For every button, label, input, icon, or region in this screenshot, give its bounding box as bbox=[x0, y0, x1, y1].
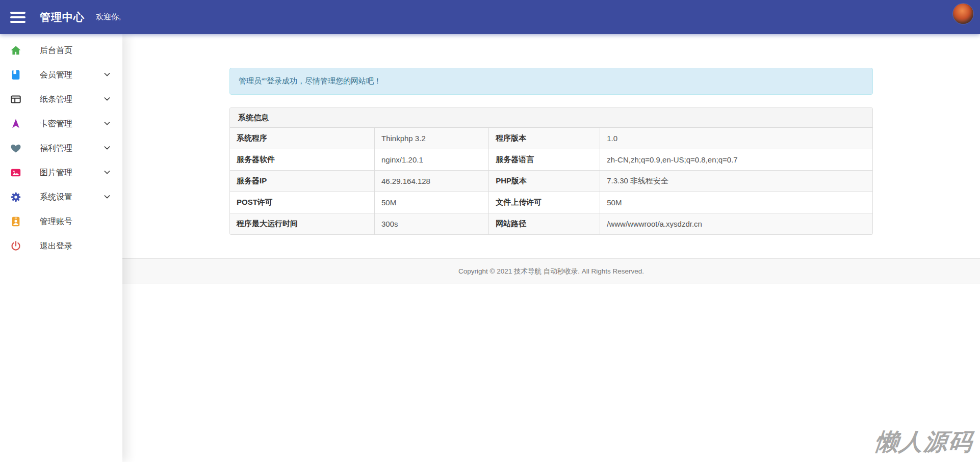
sidebar-item-8[interactable]: 管理账号 bbox=[0, 209, 122, 234]
table-row: 服务器软件nginx/1.20.1服务器语言zh-CN,zh;q=0.9,en-… bbox=[230, 149, 872, 171]
sidebar-item-1[interactable]: 后台首页 bbox=[0, 38, 122, 63]
info-label: 文件上传许可 bbox=[489, 192, 600, 213]
info-value: 50M bbox=[600, 192, 872, 213]
sidebar-item-label: 福利管理 bbox=[40, 143, 72, 154]
sidebar-item-label: 管理账号 bbox=[40, 216, 72, 227]
gear-icon bbox=[10, 192, 21, 203]
info-value: 46.29.164.128 bbox=[375, 171, 489, 192]
address-book-icon bbox=[10, 69, 21, 80]
sidebar-item-5[interactable]: 福利管理 bbox=[0, 136, 122, 160]
sidebar-item-label: 会员管理 bbox=[40, 70, 72, 80]
info-label: 程序版本 bbox=[489, 128, 600, 149]
sidebar-item-7[interactable]: 系统设置 bbox=[0, 185, 122, 209]
alert-text: 管理员“”登录成功，尽情管理您的网站吧！ bbox=[239, 76, 381, 85]
heart-icon bbox=[10, 143, 21, 154]
sidebar-item-label: 图片管理 bbox=[40, 168, 72, 178]
sidebar-item-6[interactable]: 图片管理 bbox=[0, 160, 122, 185]
info-value: 300s bbox=[375, 213, 489, 235]
top-navbar: 管理中心 欢迎你, bbox=[0, 0, 980, 34]
info-label: PHP版本 bbox=[489, 171, 600, 192]
info-value: 7.3.30 非线程安全 bbox=[600, 171, 872, 192]
power-icon bbox=[10, 240, 21, 252]
id-badge-icon bbox=[10, 216, 21, 227]
info-value: 50M bbox=[375, 192, 489, 213]
app-title: 管理中心 bbox=[40, 10, 85, 24]
image-icon bbox=[10, 167, 21, 178]
chevron-down-icon bbox=[103, 144, 111, 152]
panel-title: 系统信息 bbox=[230, 108, 872, 127]
info-value: /www/wwwroot/a.xysdzdr.cn bbox=[600, 213, 872, 235]
sidebar-item-label: 退出登录 bbox=[40, 241, 72, 252]
system-info-table: 系统程序Thinkphp 3.2程序版本1.0服务器软件nginx/1.20.1… bbox=[230, 127, 872, 234]
page-footer: Copyright © 2021 技术导航 自动秒收录. All Rights … bbox=[122, 258, 980, 284]
sidebar-item-3[interactable]: 纸条管理 bbox=[0, 87, 122, 112]
watermark-text: 懒人源码 bbox=[873, 426, 975, 458]
chevron-down-icon bbox=[103, 168, 111, 176]
sidebar-item-label: 卡密管理 bbox=[40, 119, 72, 129]
info-label: 网站路径 bbox=[489, 213, 600, 235]
info-label: 服务器IP bbox=[230, 171, 375, 192]
table-row: 服务器IP46.29.164.128PHP版本7.3.30 非线程安全 bbox=[230, 171, 872, 192]
info-value: Thinkphp 3.2 bbox=[375, 128, 489, 149]
chevron-down-icon bbox=[103, 95, 111, 103]
hamburger-menu-icon[interactable] bbox=[10, 12, 25, 23]
login-success-alert: 管理员“”登录成功，尽情管理您的网站吧！ bbox=[229, 68, 873, 95]
paper-plane-icon bbox=[10, 118, 21, 129]
copyright-text: Copyright © 2021 技术导航 自动秒收录. All Rights … bbox=[458, 267, 644, 276]
sidebar-item-2[interactable]: 会员管理 bbox=[0, 63, 122, 87]
chevron-down-icon bbox=[103, 70, 111, 78]
welcome-text: 欢迎你, bbox=[96, 12, 121, 22]
sidebar-item-label: 后台首页 bbox=[40, 45, 72, 56]
system-info-panel: 系统信息 系统程序Thinkphp 3.2程序版本1.0服务器软件nginx/1… bbox=[229, 107, 873, 235]
table-row: 系统程序Thinkphp 3.2程序版本1.0 bbox=[230, 128, 872, 149]
info-value: 1.0 bbox=[600, 128, 872, 149]
info-label: POST许可 bbox=[230, 192, 375, 213]
chevron-down-icon bbox=[103, 193, 111, 201]
newspaper-icon bbox=[10, 94, 21, 105]
sidebar-item-label: 系统设置 bbox=[40, 192, 72, 203]
table-row: POST许可50M文件上传许可50M bbox=[230, 192, 872, 213]
sidebar-item-label: 纸条管理 bbox=[40, 94, 72, 105]
sidebar-item-9[interactable]: 退出登录 bbox=[0, 234, 122, 258]
table-row: 程序最大运行时间300s网站路径/www/wwwroot/a.xysdzdr.c… bbox=[230, 213, 872, 235]
main-content: 管理员“”登录成功，尽情管理您的网站吧！ 系统信息 系统程序Thinkphp 3… bbox=[122, 34, 980, 462]
info-label: 程序最大运行时间 bbox=[230, 213, 375, 235]
info-value: zh-CN,zh;q=0.9,en-US;q=0.8,en;q=0.7 bbox=[600, 149, 872, 171]
info-label: 服务器软件 bbox=[230, 149, 375, 171]
sidebar-item-4[interactable]: 卡密管理 bbox=[0, 112, 122, 136]
home-icon bbox=[10, 45, 21, 56]
info-value: nginx/1.20.1 bbox=[375, 149, 489, 171]
chevron-down-icon bbox=[103, 119, 111, 127]
sidebar-nav: 后台首页会员管理纸条管理卡密管理福利管理图片管理系统设置管理账号退出登录 bbox=[0, 34, 122, 462]
user-avatar[interactable] bbox=[953, 4, 973, 24]
info-label: 服务器语言 bbox=[489, 149, 600, 171]
info-label: 系统程序 bbox=[230, 128, 375, 149]
